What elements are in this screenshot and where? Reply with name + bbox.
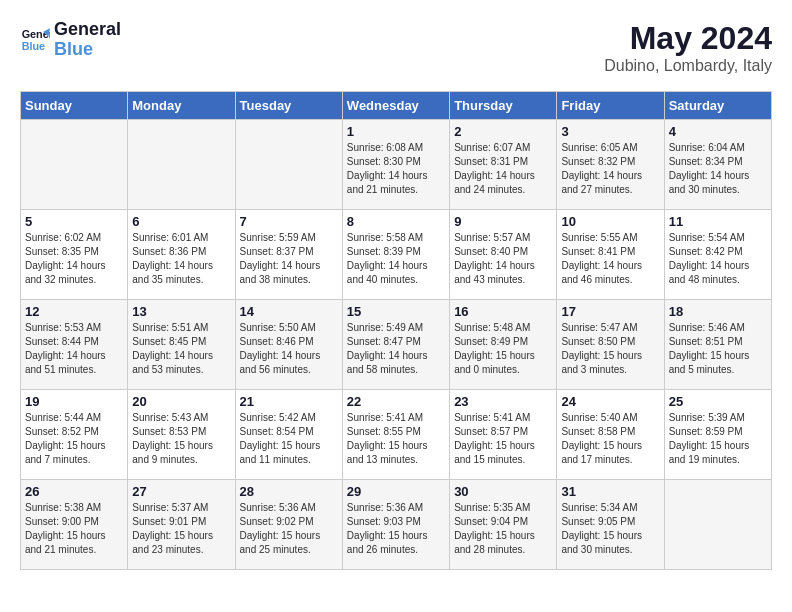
day-number: 23 bbox=[454, 394, 552, 409]
calendar-cell: 24Sunrise: 5:40 AM Sunset: 8:58 PM Dayli… bbox=[557, 390, 664, 480]
day-number: 7 bbox=[240, 214, 338, 229]
header-row: SundayMondayTuesdayWednesdayThursdayFrid… bbox=[21, 92, 772, 120]
day-detail: Sunrise: 5:40 AM Sunset: 8:58 PM Dayligh… bbox=[561, 411, 659, 467]
month-year: May 2024 bbox=[604, 20, 772, 57]
day-number: 31 bbox=[561, 484, 659, 499]
day-detail: Sunrise: 5:41 AM Sunset: 8:55 PM Dayligh… bbox=[347, 411, 445, 467]
day-number: 22 bbox=[347, 394, 445, 409]
day-number: 29 bbox=[347, 484, 445, 499]
logo-text: General Blue bbox=[54, 20, 121, 60]
day-detail: Sunrise: 5:42 AM Sunset: 8:54 PM Dayligh… bbox=[240, 411, 338, 467]
header-cell-wednesday: Wednesday bbox=[342, 92, 449, 120]
day-number: 26 bbox=[25, 484, 123, 499]
day-detail: Sunrise: 6:05 AM Sunset: 8:32 PM Dayligh… bbox=[561, 141, 659, 197]
day-detail: Sunrise: 5:34 AM Sunset: 9:05 PM Dayligh… bbox=[561, 501, 659, 557]
day-detail: Sunrise: 5:48 AM Sunset: 8:49 PM Dayligh… bbox=[454, 321, 552, 377]
day-number: 20 bbox=[132, 394, 230, 409]
week-row-1: 5Sunrise: 6:02 AM Sunset: 8:35 PM Daylig… bbox=[21, 210, 772, 300]
calendar-cell: 28Sunrise: 5:36 AM Sunset: 9:02 PM Dayli… bbox=[235, 480, 342, 570]
calendar-cell: 8Sunrise: 5:58 AM Sunset: 8:39 PM Daylig… bbox=[342, 210, 449, 300]
day-number: 12 bbox=[25, 304, 123, 319]
day-detail: Sunrise: 5:46 AM Sunset: 8:51 PM Dayligh… bbox=[669, 321, 767, 377]
day-number: 2 bbox=[454, 124, 552, 139]
day-detail: Sunrise: 5:55 AM Sunset: 8:41 PM Dayligh… bbox=[561, 231, 659, 287]
day-number: 24 bbox=[561, 394, 659, 409]
day-detail: Sunrise: 5:38 AM Sunset: 9:00 PM Dayligh… bbox=[25, 501, 123, 557]
day-detail: Sunrise: 6:01 AM Sunset: 8:36 PM Dayligh… bbox=[132, 231, 230, 287]
day-number: 17 bbox=[561, 304, 659, 319]
week-row-3: 19Sunrise: 5:44 AM Sunset: 8:52 PM Dayli… bbox=[21, 390, 772, 480]
day-detail: Sunrise: 5:36 AM Sunset: 9:03 PM Dayligh… bbox=[347, 501, 445, 557]
calendar-cell: 23Sunrise: 5:41 AM Sunset: 8:57 PM Dayli… bbox=[450, 390, 557, 480]
calendar-cell: 19Sunrise: 5:44 AM Sunset: 8:52 PM Dayli… bbox=[21, 390, 128, 480]
day-number: 9 bbox=[454, 214, 552, 229]
header-cell-tuesday: Tuesday bbox=[235, 92, 342, 120]
calendar-cell: 2Sunrise: 6:07 AM Sunset: 8:31 PM Daylig… bbox=[450, 120, 557, 210]
day-detail: Sunrise: 5:58 AM Sunset: 8:39 PM Dayligh… bbox=[347, 231, 445, 287]
day-number: 5 bbox=[25, 214, 123, 229]
day-number: 14 bbox=[240, 304, 338, 319]
day-number: 30 bbox=[454, 484, 552, 499]
day-detail: Sunrise: 5:44 AM Sunset: 8:52 PM Dayligh… bbox=[25, 411, 123, 467]
calendar-cell bbox=[664, 480, 771, 570]
page-header: General Blue General Blue May 2024 Dubin… bbox=[20, 20, 772, 75]
calendar-cell: 30Sunrise: 5:35 AM Sunset: 9:04 PM Dayli… bbox=[450, 480, 557, 570]
calendar-cell: 7Sunrise: 5:59 AM Sunset: 8:37 PM Daylig… bbox=[235, 210, 342, 300]
calendar-cell: 3Sunrise: 6:05 AM Sunset: 8:32 PM Daylig… bbox=[557, 120, 664, 210]
calendar-cell: 16Sunrise: 5:48 AM Sunset: 8:49 PM Dayli… bbox=[450, 300, 557, 390]
calendar-cell: 21Sunrise: 5:42 AM Sunset: 8:54 PM Dayli… bbox=[235, 390, 342, 480]
day-detail: Sunrise: 5:57 AM Sunset: 8:40 PM Dayligh… bbox=[454, 231, 552, 287]
day-detail: Sunrise: 5:47 AM Sunset: 8:50 PM Dayligh… bbox=[561, 321, 659, 377]
week-row-2: 12Sunrise: 5:53 AM Sunset: 8:44 PM Dayli… bbox=[21, 300, 772, 390]
calendar-cell: 15Sunrise: 5:49 AM Sunset: 8:47 PM Dayli… bbox=[342, 300, 449, 390]
day-number: 21 bbox=[240, 394, 338, 409]
day-detail: Sunrise: 6:07 AM Sunset: 8:31 PM Dayligh… bbox=[454, 141, 552, 197]
header-cell-sunday: Sunday bbox=[21, 92, 128, 120]
day-number: 16 bbox=[454, 304, 552, 319]
day-detail: Sunrise: 6:08 AM Sunset: 8:30 PM Dayligh… bbox=[347, 141, 445, 197]
calendar-cell bbox=[128, 120, 235, 210]
week-row-0: 1Sunrise: 6:08 AM Sunset: 8:30 PM Daylig… bbox=[21, 120, 772, 210]
calendar-table: SundayMondayTuesdayWednesdayThursdayFrid… bbox=[20, 91, 772, 570]
day-number: 15 bbox=[347, 304, 445, 319]
calendar-cell: 1Sunrise: 6:08 AM Sunset: 8:30 PM Daylig… bbox=[342, 120, 449, 210]
calendar-cell: 14Sunrise: 5:50 AM Sunset: 8:46 PM Dayli… bbox=[235, 300, 342, 390]
calendar-cell: 11Sunrise: 5:54 AM Sunset: 8:42 PM Dayli… bbox=[664, 210, 771, 300]
day-number: 13 bbox=[132, 304, 230, 319]
day-detail: Sunrise: 6:02 AM Sunset: 8:35 PM Dayligh… bbox=[25, 231, 123, 287]
calendar-cell: 27Sunrise: 5:37 AM Sunset: 9:01 PM Dayli… bbox=[128, 480, 235, 570]
calendar-cell: 6Sunrise: 6:01 AM Sunset: 8:36 PM Daylig… bbox=[128, 210, 235, 300]
calendar-cell: 17Sunrise: 5:47 AM Sunset: 8:50 PM Dayli… bbox=[557, 300, 664, 390]
calendar-cell: 29Sunrise: 5:36 AM Sunset: 9:03 PM Dayli… bbox=[342, 480, 449, 570]
calendar-cell bbox=[21, 120, 128, 210]
calendar-cell: 13Sunrise: 5:51 AM Sunset: 8:45 PM Dayli… bbox=[128, 300, 235, 390]
location: Dubino, Lombardy, Italy bbox=[604, 57, 772, 75]
calendar-cell: 5Sunrise: 6:02 AM Sunset: 8:35 PM Daylig… bbox=[21, 210, 128, 300]
calendar-cell: 25Sunrise: 5:39 AM Sunset: 8:59 PM Dayli… bbox=[664, 390, 771, 480]
header-cell-thursday: Thursday bbox=[450, 92, 557, 120]
svg-text:Blue: Blue bbox=[22, 40, 45, 52]
day-detail: Sunrise: 5:35 AM Sunset: 9:04 PM Dayligh… bbox=[454, 501, 552, 557]
calendar-cell: 9Sunrise: 5:57 AM Sunset: 8:40 PM Daylig… bbox=[450, 210, 557, 300]
header-cell-saturday: Saturday bbox=[664, 92, 771, 120]
header-cell-friday: Friday bbox=[557, 92, 664, 120]
calendar-cell: 22Sunrise: 5:41 AM Sunset: 8:55 PM Dayli… bbox=[342, 390, 449, 480]
day-number: 6 bbox=[132, 214, 230, 229]
day-number: 3 bbox=[561, 124, 659, 139]
logo: General Blue General Blue bbox=[20, 20, 121, 60]
day-detail: Sunrise: 5:51 AM Sunset: 8:45 PM Dayligh… bbox=[132, 321, 230, 377]
day-detail: Sunrise: 5:37 AM Sunset: 9:01 PM Dayligh… bbox=[132, 501, 230, 557]
calendar-cell: 12Sunrise: 5:53 AM Sunset: 8:44 PM Dayli… bbox=[21, 300, 128, 390]
calendar-cell: 31Sunrise: 5:34 AM Sunset: 9:05 PM Dayli… bbox=[557, 480, 664, 570]
calendar-cell: 4Sunrise: 6:04 AM Sunset: 8:34 PM Daylig… bbox=[664, 120, 771, 210]
calendar-cell: 20Sunrise: 5:43 AM Sunset: 8:53 PM Dayli… bbox=[128, 390, 235, 480]
day-number: 18 bbox=[669, 304, 767, 319]
day-number: 1 bbox=[347, 124, 445, 139]
day-detail: Sunrise: 5:53 AM Sunset: 8:44 PM Dayligh… bbox=[25, 321, 123, 377]
calendar-cell: 18Sunrise: 5:46 AM Sunset: 8:51 PM Dayli… bbox=[664, 300, 771, 390]
day-number: 8 bbox=[347, 214, 445, 229]
svg-text:General: General bbox=[22, 28, 50, 40]
day-number: 27 bbox=[132, 484, 230, 499]
calendar-cell bbox=[235, 120, 342, 210]
day-detail: Sunrise: 5:50 AM Sunset: 8:46 PM Dayligh… bbox=[240, 321, 338, 377]
